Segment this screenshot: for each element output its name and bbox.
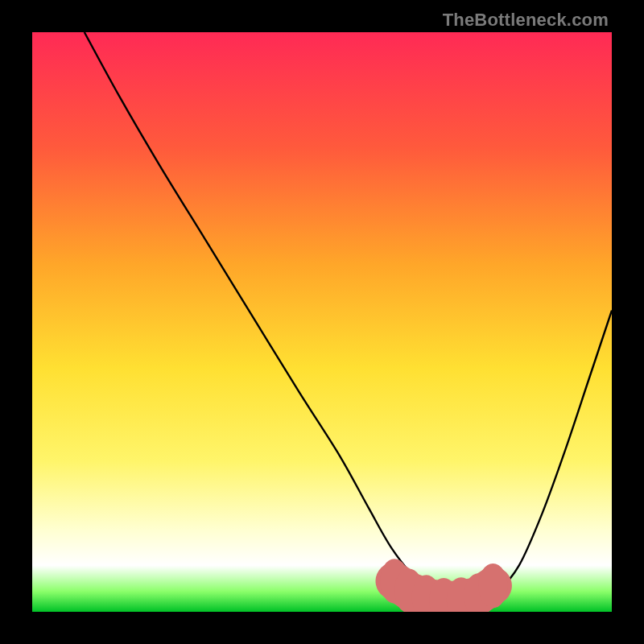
chart-svg [32,32,612,612]
chart-frame: TheBottleneck.com [0,0,644,644]
plot-area [32,32,612,612]
gradient-background [32,32,612,612]
optimal-zone-dot [478,564,507,608]
watermark-text: TheBottleneck.com [443,10,609,31]
